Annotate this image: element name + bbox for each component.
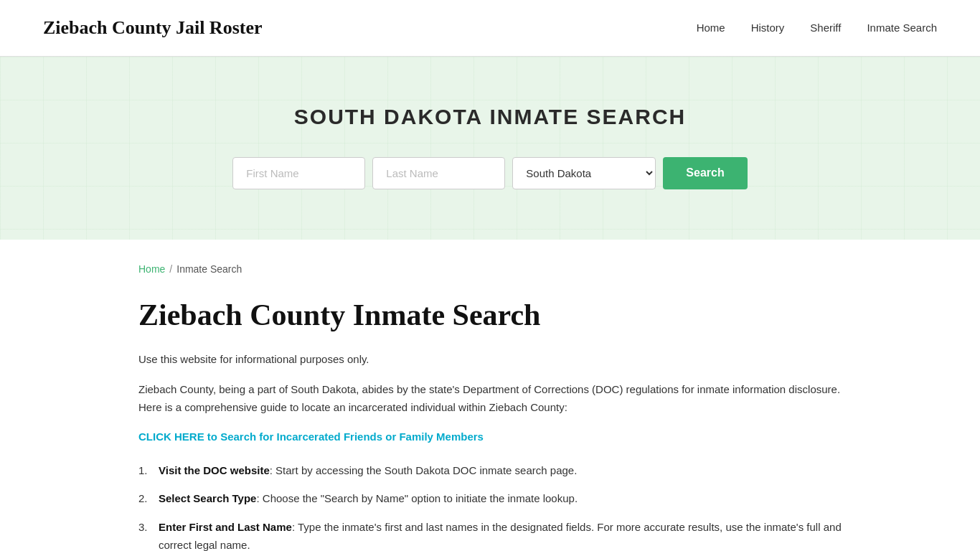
- first-name-input[interactable]: [232, 157, 365, 189]
- steps-list: 1.Visit the DOC website: Start by access…: [138, 461, 842, 551]
- step-label: Visit the DOC website: [159, 464, 270, 476]
- step-label: Select Search Type: [159, 492, 256, 504]
- hero-title: SOUTH DAKOTA INMATE SEARCH: [14, 100, 966, 134]
- cta-link[interactable]: CLICK HERE to Search for Incarcerated Fr…: [138, 428, 842, 446]
- main-nav: Home History Sheriff Inmate Search: [697, 19, 937, 37]
- search-form: South DakotaAlabamaAlaskaArizonaArkansas…: [14, 157, 966, 189]
- search-button[interactable]: Search: [663, 157, 747, 189]
- step-item-2: 2.Select Search Type: Choose the "Search…: [138, 489, 842, 508]
- step-text: : Start by accessing the South Dakota DO…: [270, 464, 578, 476]
- nav-home[interactable]: Home: [697, 19, 725, 37]
- state-select[interactable]: South DakotaAlabamaAlaskaArizonaArkansas…: [512, 157, 656, 189]
- nav-inmate-search[interactable]: Inmate Search: [867, 19, 937, 37]
- breadcrumb-current: Inmate Search: [176, 261, 242, 277]
- breadcrumb-separator: /: [169, 261, 172, 277]
- main-content: Home / Inmate Search Ziebach County Inma…: [95, 240, 885, 551]
- step-item-3: 3.Enter First and Last Name: Type the in…: [138, 518, 842, 551]
- nav-sheriff[interactable]: Sheriff: [810, 19, 841, 37]
- nav-history[interactable]: History: [751, 19, 785, 37]
- step-label: Enter First and Last Name: [159, 521, 292, 533]
- site-header: Ziebach County Jail Roster Home History …: [0, 0, 980, 57]
- breadcrumb-home[interactable]: Home: [138, 261, 165, 277]
- step-num: 2.: [138, 489, 148, 508]
- step-num: 1.: [138, 461, 148, 480]
- hero-section: SOUTH DAKOTA INMATE SEARCH South DakotaA…: [0, 57, 980, 240]
- step-text: : Choose the "Search by Name" option to …: [256, 492, 578, 504]
- breadcrumb: Home / Inmate Search: [138, 261, 842, 277]
- step-item-1: 1.Visit the DOC website: Start by access…: [138, 461, 842, 480]
- intro-text: Use this website for informational purpo…: [138, 350, 842, 369]
- last-name-input[interactable]: [372, 157, 505, 189]
- site-title: Ziebach County Jail Roster: [43, 13, 263, 43]
- description-text: Ziebach County, being a part of South Da…: [138, 380, 842, 417]
- step-num: 3.: [138, 518, 148, 537]
- page-title: Ziebach County Inmate Search: [138, 297, 842, 333]
